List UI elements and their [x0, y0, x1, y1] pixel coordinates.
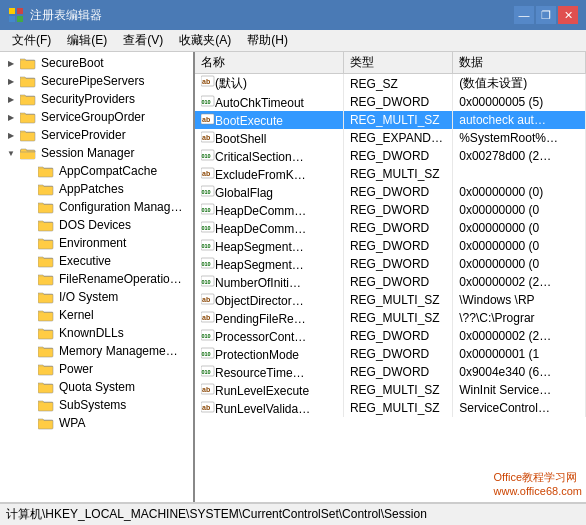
- header-data[interactable]: 数据: [453, 52, 586, 74]
- reg-string-icon: ab: [201, 113, 215, 125]
- table-row[interactable]: 010 HeapSegment…REG_DWORD0x00000000 (0: [195, 255, 586, 273]
- status-text: 计算机\HKEY_LOCAL_MACHINE\SYSTEM\CurrentCon…: [6, 506, 427, 523]
- tree-inner[interactable]: ▶ SecureBoot▶ SecurePipeServers▶ Securit…: [0, 52, 193, 502]
- svg-rect-13: [38, 204, 53, 213]
- expand-icon[interactable]: [22, 236, 36, 250]
- cell-name: ab ExcludeFromK…: [195, 165, 343, 183]
- close-button[interactable]: ✕: [558, 6, 578, 24]
- expand-icon[interactable]: [22, 290, 36, 304]
- cell-name: 010 CriticalSection…: [195, 147, 343, 165]
- cell-type: REG_DWORD: [343, 255, 452, 273]
- minimize-button[interactable]: —: [514, 6, 534, 24]
- expand-icon[interactable]: ▶: [4, 110, 18, 124]
- menu-item[interactable]: 收藏夹(A): [171, 30, 239, 51]
- tree-item[interactable]: ▶ ServiceProvider: [0, 126, 193, 144]
- expand-icon[interactable]: [22, 398, 36, 412]
- table-row[interactable]: 010 HeapDeComm…REG_DWORD0x00000000 (0: [195, 219, 586, 237]
- expand-icon[interactable]: ▶: [4, 92, 18, 106]
- folder-icon: [20, 129, 36, 142]
- expand-icon[interactable]: [22, 200, 36, 214]
- expand-icon[interactable]: [22, 164, 36, 178]
- svg-rect-7: [20, 114, 35, 123]
- cell-type: REG_DWORD: [343, 345, 452, 363]
- tree-item[interactable]: Environment: [0, 234, 193, 252]
- tree-item-label: SubSystems: [59, 398, 126, 412]
- cell-type: REG_MULTI_SZ: [343, 165, 452, 183]
- expand-icon[interactable]: ▶: [4, 128, 18, 142]
- tree-item[interactable]: Kernel: [0, 306, 193, 324]
- expand-icon[interactable]: [22, 254, 36, 268]
- svg-text:010: 010: [202, 351, 211, 357]
- table-scroll[interactable]: ab (默认)REG_SZ(数值未设置) 010 AutoChkTimeoutR…: [195, 74, 586, 502]
- tree-item[interactable]: ▼ Session Manager: [0, 144, 193, 162]
- folder-icon: [20, 110, 36, 124]
- restore-button[interactable]: ❐: [536, 6, 556, 24]
- table-row[interactable]: 010 CriticalSection…REG_DWORD0x00278d00 …: [195, 147, 586, 165]
- expand-icon[interactable]: [22, 182, 36, 196]
- menu-item[interactable]: 查看(V): [115, 30, 171, 51]
- tree-item[interactable]: ▶ ServiceGroupOrder: [0, 108, 193, 126]
- table-row[interactable]: 010 HeapDeComm…REG_DWORD0x00000000 (0: [195, 201, 586, 219]
- tree-item-label: Quota System: [59, 380, 135, 394]
- menu-item[interactable]: 文件(F): [4, 30, 59, 51]
- folder-icon: [38, 345, 54, 358]
- folder-icon: [38, 326, 54, 340]
- cell-type: REG_MULTI_SZ: [343, 111, 452, 129]
- tree-item[interactable]: Configuration Manag…: [0, 198, 193, 216]
- tree-item[interactable]: Memory Manageme…: [0, 342, 193, 360]
- cell-data: ServiceControl…: [453, 399, 586, 417]
- table-row[interactable]: 010 ResourceTime…REG_DWORD0x9004e340 (6…: [195, 363, 586, 381]
- tree-item[interactable]: Quota System: [0, 378, 193, 396]
- cell-data: 0x00000000 (0: [453, 255, 586, 273]
- table-row[interactable]: 010 GlobalFlagREG_DWORD0x00000000 (0): [195, 183, 586, 201]
- tree-item[interactable]: DOS Devices: [0, 216, 193, 234]
- tree-item[interactable]: ▶ SecurePipeServers: [0, 72, 193, 90]
- tree-item[interactable]: Executive: [0, 252, 193, 270]
- reg-string-icon: ab: [201, 401, 215, 413]
- table-row[interactable]: 010 NumberOfIniti…REG_DWORD0x00000002 (2…: [195, 273, 586, 291]
- header-name[interactable]: 名称: [195, 52, 343, 74]
- table-row[interactable]: ab PendingFileRe…REG_MULTI_SZ\??\C:\Prog…: [195, 309, 586, 327]
- table-row[interactable]: 010 ProtectionModeREG_DWORD0x00000001 (1: [195, 345, 586, 363]
- menu-item[interactable]: 帮助(H): [239, 30, 296, 51]
- expand-icon[interactable]: [22, 218, 36, 232]
- tree-item[interactable]: Power: [0, 360, 193, 378]
- folder-icon: [20, 92, 36, 106]
- table-row[interactable]: ab RunLevelValida…REG_MULTI_SZServiceCon…: [195, 399, 586, 417]
- tree-item-label: WPA: [59, 416, 85, 430]
- tree-item[interactable]: SubSystems: [0, 396, 193, 414]
- tree-item[interactable]: FileRenameOperatio…: [0, 270, 193, 288]
- table-row[interactable]: ab RunLevelExecuteREG_MULTI_SZWinInit Se…: [195, 381, 586, 399]
- tree-item[interactable]: ▶ SecureBoot: [0, 54, 193, 72]
- table-row[interactable]: ab ExcludeFromK…REG_MULTI_SZ: [195, 165, 586, 183]
- table-row[interactable]: 010 HeapSegment…REG_DWORD0x00000000 (0: [195, 237, 586, 255]
- tree-item[interactable]: KnownDLLs: [0, 324, 193, 342]
- table-row[interactable]: ab BootExecuteREG_MULTI_SZautocheck aut…: [195, 111, 586, 129]
- table-row[interactable]: 010 ProcessorCont…REG_DWORD0x00000002 (2…: [195, 327, 586, 345]
- expand-icon[interactable]: [22, 344, 36, 358]
- expand-icon[interactable]: [22, 362, 36, 376]
- cell-name: ab RunLevelValida…: [195, 399, 343, 417]
- tree-item[interactable]: I/O System: [0, 288, 193, 306]
- expand-icon[interactable]: ▼: [4, 146, 18, 160]
- folder-icon: [38, 398, 54, 412]
- expand-icon[interactable]: ▶: [4, 74, 18, 88]
- tree-item[interactable]: AppPatches: [0, 180, 193, 198]
- table-row[interactable]: ab (默认)REG_SZ(数值未设置): [195, 74, 586, 93]
- expand-icon[interactable]: [22, 308, 36, 322]
- expand-icon[interactable]: [22, 380, 36, 394]
- table-row[interactable]: ab ObjectDirector…REG_MULTI_SZ\Windows \…: [195, 291, 586, 309]
- cell-data: %SystemRoot%…: [453, 129, 586, 147]
- expand-icon[interactable]: [22, 326, 36, 340]
- tree-item[interactable]: AppCompatCache: [0, 162, 193, 180]
- tree-item[interactable]: ▶ SecurityProviders: [0, 90, 193, 108]
- table-row[interactable]: ab BootShellREG_EXPAND_SZ%SystemRoot%…: [195, 129, 586, 147]
- expand-icon[interactable]: [22, 416, 36, 430]
- tree-item[interactable]: WPA: [0, 414, 193, 432]
- menu-item[interactable]: 编辑(E): [59, 30, 115, 51]
- expand-icon[interactable]: ▶: [4, 56, 18, 70]
- expand-icon[interactable]: [22, 272, 36, 286]
- header-type[interactable]: 类型: [343, 52, 452, 74]
- table-row[interactable]: 010 AutoChkTimeoutREG_DWORD0x00000005 (5…: [195, 93, 586, 111]
- reg-dword-icon: 010: [201, 275, 215, 287]
